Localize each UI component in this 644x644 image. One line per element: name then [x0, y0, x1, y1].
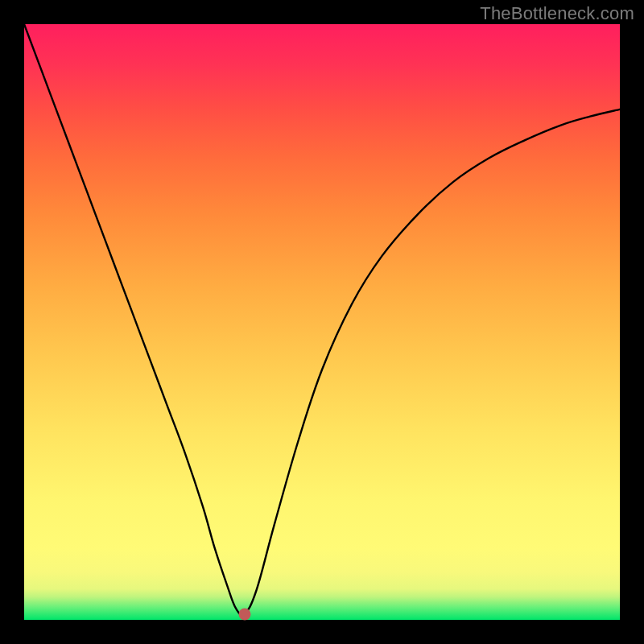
bottleneck-curve-path: [24, 24, 620, 615]
curve-svg: [24, 24, 620, 620]
plot-area: [24, 24, 620, 620]
chart-frame: TheBottleneck.com: [0, 0, 644, 644]
minimum-marker: [238, 608, 250, 620]
watermark-text: TheBottleneck.com: [480, 3, 634, 24]
